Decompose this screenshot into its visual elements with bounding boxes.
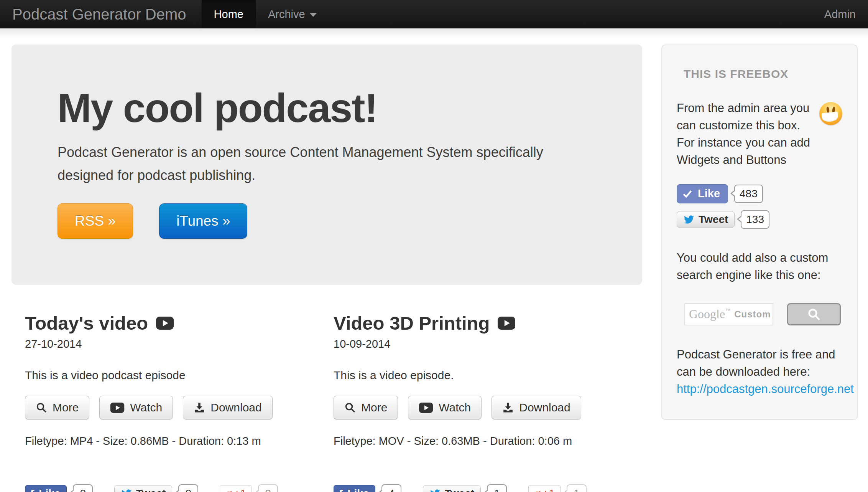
top-navbar: Podcast Generator Demo Home Archive Admi… xyxy=(0,0,868,28)
navbar-shadow xyxy=(0,28,868,40)
facebook-f-icon: f xyxy=(339,488,343,492)
freebox-well: THIS IS FREEBOX From the admin area you … xyxy=(661,45,858,420)
facebook-like-group: f Like 4 xyxy=(334,484,401,492)
watch-button[interactable]: Watch xyxy=(99,396,173,419)
video-play-icon xyxy=(497,316,516,330)
nav-item-home[interactable]: Home xyxy=(202,0,256,28)
tweet-group: Tweet 0 xyxy=(114,484,198,492)
gplus-label: +1 xyxy=(542,487,555,492)
like-label: Like xyxy=(39,487,60,492)
gplus-group: g +1 1 xyxy=(528,484,587,492)
more-button[interactable]: More xyxy=(334,396,398,419)
freebox-body: From the admin area you can customize th… xyxy=(677,100,842,169)
episode-meta: Filetype: MOV - Size: 0.63MB - Duration:… xyxy=(334,435,604,447)
brand-title[interactable]: Podcast Generator Demo xyxy=(0,0,202,28)
tweet-button[interactable]: Tweet xyxy=(677,211,735,228)
download-label: Download xyxy=(210,401,261,414)
facebook-like-button[interactable]: Like xyxy=(677,184,728,203)
gplus-group: g +1 0 xyxy=(220,484,278,492)
twitter-bird-icon xyxy=(683,215,695,225)
like-label: Like xyxy=(347,487,369,492)
tweet-button[interactable]: Tweet xyxy=(423,485,481,492)
watch-button[interactable]: Watch xyxy=(408,396,482,419)
twitter-bird-icon xyxy=(121,489,132,492)
gplus-count-badge: 0 xyxy=(258,484,278,492)
google-g-icon: g xyxy=(225,487,232,492)
episode-description: This is a video podcast episode xyxy=(25,369,295,382)
google-g-icon: g xyxy=(534,487,541,492)
check-icon xyxy=(682,189,692,199)
video-play-icon xyxy=(419,402,433,413)
twitter-bird-icon xyxy=(429,489,441,492)
watch-label: Watch xyxy=(439,401,471,414)
main-column: My cool podcast! Podcast Generator is an… xyxy=(12,45,642,492)
freebox-header: THIS IS FREEBOX xyxy=(684,68,842,81)
episode-title[interactable]: Today's video xyxy=(25,312,295,334)
like-count-badge: 483 xyxy=(734,185,763,203)
episode-video-3d-printing: Video 3D Printing 10-09-2014 This is a v… xyxy=(334,312,604,492)
sourceforge-link[interactable]: http://podcastgen.sourceforge.net xyxy=(677,382,854,396)
tweet-label: Tweet xyxy=(136,487,166,492)
google-tm: ™ xyxy=(725,307,730,314)
rss-button[interactable]: RSS » xyxy=(58,203,133,239)
main-nav: Home Archive xyxy=(202,0,329,28)
tweet-label: Tweet xyxy=(445,487,474,492)
episode-title[interactable]: Video 3D Printing xyxy=(334,312,604,334)
itunes-button[interactable]: iTunes » xyxy=(159,203,248,239)
search-icon xyxy=(344,402,356,413)
freebox-text: From the admin area you can customize th… xyxy=(677,101,810,167)
custom-search-input[interactable]: Google ™ Custom Se xyxy=(684,303,773,325)
search-icon xyxy=(807,307,821,321)
podcast-title: My cool podcast! xyxy=(58,87,596,129)
gplus-button[interactable]: g +1 xyxy=(528,485,561,492)
tweet-count-badge: 0 xyxy=(178,484,198,492)
social-buttons-row: f Like 4 Tweet 1 xyxy=(334,484,587,492)
social-buttons-row: f Like 0 Tweet 0 xyxy=(25,484,278,492)
more-label: More xyxy=(53,401,79,414)
gplus-label: +1 xyxy=(234,487,246,492)
download-icon xyxy=(502,402,514,413)
facebook-like-button[interactable]: f Like xyxy=(334,485,375,492)
download-note: Podcast Generator is free and can be dow… xyxy=(677,346,842,381)
tweet-count-badge: 133 xyxy=(741,210,769,229)
sidebar-tweet-row: Tweet 133 xyxy=(677,210,842,229)
google-logo-watermark: Google xyxy=(689,307,725,321)
tweet-label: Tweet xyxy=(699,213,728,226)
gplus-count-badge: 1 xyxy=(567,484,587,492)
content-area: My cool podcast! Podcast Generator is an… xyxy=(0,40,868,492)
podcast-description: Podcast Generator is an open source Cont… xyxy=(58,141,596,187)
nav-archive-label: Archive xyxy=(268,0,305,28)
page: Podcast Generator Demo Home Archive Admi… xyxy=(0,0,868,492)
download-button[interactable]: Download xyxy=(492,396,581,419)
episode-todays-video: Today's video 27-10-2014 This is a video… xyxy=(25,312,295,492)
tweet-button[interactable]: Tweet xyxy=(114,485,172,492)
episode-date: 10-09-2014 xyxy=(334,338,604,350)
sidebar: THIS IS FREEBOX From the admin area you … xyxy=(661,45,858,492)
caret-down-icon xyxy=(310,13,317,17)
more-button[interactable]: More xyxy=(25,396,89,419)
episode-title-text: Video 3D Printing xyxy=(334,312,490,334)
search-note: You could add also a custom search engin… xyxy=(677,249,842,284)
episode-description: This is a video episode. xyxy=(334,369,604,382)
nav-item-archive[interactable]: Archive xyxy=(256,0,329,28)
like-count-badge: 0 xyxy=(73,484,93,492)
like-label: Like xyxy=(698,187,720,200)
video-play-icon xyxy=(156,316,174,330)
nav-item-admin[interactable]: Admin xyxy=(812,0,868,28)
facebook-like-button[interactable]: f Like xyxy=(25,485,67,492)
smiley-icon xyxy=(819,102,842,125)
tweet-group: Tweet 1 xyxy=(423,484,507,492)
watch-label: Watch xyxy=(130,401,162,414)
custom-search-row: Google ™ Custom Se xyxy=(677,303,842,325)
download-button[interactable]: Download xyxy=(183,396,272,419)
search-submit-button[interactable] xyxy=(787,303,841,325)
gplus-button[interactable]: g +1 xyxy=(220,485,252,492)
episode-date: 27-10-2014 xyxy=(25,338,295,350)
episode-list: Today's video 27-10-2014 This is a video… xyxy=(12,312,642,492)
facebook-like-group: f Like 0 xyxy=(25,484,93,492)
hero-unit: My cool podcast! Podcast Generator is an… xyxy=(12,45,642,285)
sidebar-like-row: Like 483 xyxy=(677,184,842,203)
hero-buttons: RSS » iTunes » xyxy=(58,203,596,239)
nav-admin-label: Admin xyxy=(824,0,856,28)
watermark-text: Custom Se xyxy=(734,309,773,320)
